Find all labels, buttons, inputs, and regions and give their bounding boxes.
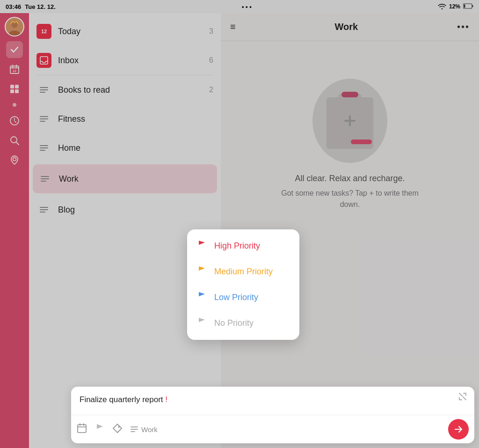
low-priority-label: Low Priority	[214, 293, 258, 302]
input-text-container: Finalize quarterly report !	[71, 387, 474, 415]
overlay	[0, 0, 479, 448]
svg-point-21	[118, 426, 120, 427]
priority-low-item[interactable]: Low Priority	[187, 285, 299, 310]
no-priority-flag-icon	[196, 317, 207, 330]
input-bar: Finalize quarterly report ! Work	[71, 387, 474, 443]
no-priority-label: No Priority	[214, 318, 254, 328]
send-button[interactable]	[448, 419, 469, 440]
priority-medium-item[interactable]: Medium Priority	[187, 259, 299, 285]
high-flag-icon	[196, 240, 207, 252]
medium-flag-icon	[196, 265, 207, 278]
high-priority-label: High Priority	[214, 241, 260, 251]
input-exclamation: !	[165, 395, 167, 404]
task-flag-icon[interactable]	[94, 423, 105, 436]
input-text: Finalize quarterly report	[80, 395, 165, 404]
medium-priority-label: Medium Priority	[214, 267, 273, 277]
input-list-name: Work	[141, 426, 158, 433]
input-list-label[interactable]: Work	[130, 426, 441, 433]
low-flag-icon	[196, 291, 207, 304]
priority-dropdown: High Priority Medium Priority Low Priori…	[187, 229, 299, 340]
input-toolbar: Work	[71, 415, 474, 443]
svg-rect-20	[78, 425, 86, 433]
task-tag-icon[interactable]	[112, 423, 123, 436]
priority-high-item[interactable]: High Priority	[187, 233, 299, 259]
task-calendar-icon[interactable]	[77, 423, 87, 436]
priority-none-item[interactable]: No Priority	[187, 310, 299, 336]
expand-icon[interactable]	[458, 392, 467, 403]
